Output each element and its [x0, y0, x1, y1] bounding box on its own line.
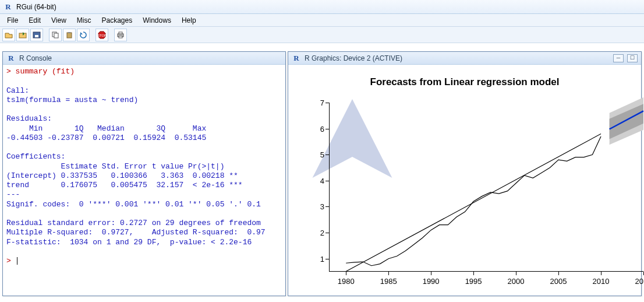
y-tick: [325, 103, 329, 103]
chart-title: Forecasts from Linear regression model: [288, 76, 641, 88]
graphics-titlebar[interactable]: R R Graphics: Device 2 (ACTIVE) ─ ☐: [288, 52, 641, 65]
menu-windows[interactable]: Windows: [138, 15, 176, 26]
svg-rect-4: [54, 33, 58, 38]
graphics-title: R Graphics: Device 2 (ACTIVE): [305, 54, 402, 62]
toolbar: STOP: [0, 27, 644, 43]
r-logo-icon: R: [292, 54, 301, 63]
maximize-button[interactable]: ☐: [627, 54, 638, 62]
minimize-button[interactable]: ─: [613, 54, 624, 62]
console-command: > summary (fit): [6, 67, 75, 76]
x-tick-label: 2015: [632, 277, 644, 286]
copy-icon[interactable]: [49, 29, 62, 41]
cursor-icon: [17, 257, 17, 265]
svg-rect-11: [119, 36, 122, 38]
y-tick: [325, 233, 329, 233]
y-tick: [325, 154, 329, 155]
refresh-icon[interactable]: [77, 29, 90, 41]
x-tick-label: 1980: [334, 277, 358, 286]
series-observed: [346, 136, 601, 266]
svg-text:STOP: STOP: [98, 34, 106, 37]
x-tick: [431, 272, 431, 275]
svg-rect-10: [119, 32, 122, 34]
console-prompt: >: [6, 257, 16, 265]
y-tick-label: 1: [313, 254, 324, 263]
y-tick: [325, 129, 329, 129]
console-body[interactable]: > summary (fit) Call: tslm(formula = aus…: [3, 65, 285, 268]
load-workspace-icon[interactable]: [16, 29, 29, 41]
svg-rect-5: [67, 33, 72, 38]
save-icon[interactable]: [30, 29, 43, 41]
x-tick: [558, 272, 559, 275]
chart-svg: [329, 103, 643, 272]
mdi-area: R R Console > summary (fit) Call: tslm(f…: [0, 43, 644, 302]
y-tick-label: 3: [313, 202, 324, 211]
y-tick-label: 6: [313, 124, 324, 133]
x-tick: [388, 272, 389, 275]
console-output: Call: tslm(formula = austa ~ trend) Resi…: [6, 86, 266, 247]
menu-view[interactable]: View: [47, 15, 71, 26]
y-tick-label: 4: [313, 176, 324, 185]
x-tick: [516, 272, 516, 275]
y-tick: [325, 181, 329, 181]
y-tick: [325, 206, 329, 207]
x-tick: [601, 272, 601, 275]
svg-rect-2: [35, 35, 38, 37]
y-tick: [325, 259, 329, 259]
stop-icon[interactable]: STOP: [95, 29, 108, 41]
console-titlebar[interactable]: R R Console: [3, 52, 285, 65]
x-tick-label: 2010: [589, 277, 613, 286]
y-tick-label: 5: [313, 150, 324, 159]
y-tick-label: 7: [313, 99, 324, 107]
menu-packages[interactable]: Packages: [97, 15, 137, 26]
open-icon[interactable]: [2, 29, 15, 41]
x-tick-label: 2005: [547, 277, 570, 286]
x-tick-label: 1990: [419, 277, 443, 286]
graphics-body: Forecasts from Linear regression model 1…: [288, 65, 641, 296]
svg-rect-6: [68, 32, 70, 33]
paste-icon[interactable]: [63, 29, 76, 41]
y-tick-label: 2: [313, 229, 324, 237]
menubar: File Edit View Misc Packages Windows Hel…: [0, 14, 644, 27]
menu-file[interactable]: File: [2, 15, 23, 26]
menu-edit[interactable]: Edit: [24, 15, 45, 26]
console-window[interactable]: R R Console > summary (fit) Call: tslm(f…: [2, 51, 286, 296]
r-logo-icon: R: [6, 54, 16, 63]
graphics-window[interactable]: R R Graphics: Device 2 (ACTIVE) ─ ☐ Fore…: [288, 51, 642, 296]
console-title: R Console: [19, 54, 52, 62]
print-icon[interactable]: [114, 29, 127, 41]
series-fitted: [346, 134, 601, 272]
x-tick: [346, 272, 346, 275]
x-tick: [473, 272, 474, 275]
x-tick-label: 1995: [462, 277, 485, 286]
menu-help[interactable]: Help: [177, 15, 201, 26]
r-logo-icon: R: [3, 2, 13, 12]
menu-misc[interactable]: Misc: [72, 15, 96, 26]
x-tick-label: 2000: [504, 277, 528, 286]
app-titlebar: R RGui (64-bit): [0, 0, 644, 14]
app-title: RGui (64-bit): [16, 3, 56, 11]
plot-area: 123456719801985199019952000200520102015: [329, 103, 643, 272]
x-tick-label: 1985: [377, 277, 400, 286]
